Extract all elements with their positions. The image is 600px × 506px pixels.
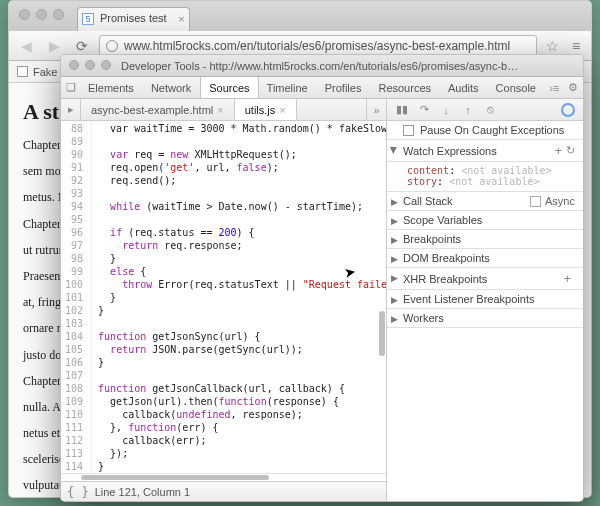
scope-variables-header[interactable]: ▶Scope Variables bbox=[387, 211, 583, 230]
favicon-icon: 5 bbox=[82, 13, 94, 25]
debugger-toolbar: ▮▮ ↷ ↓ ↑ ⦸ bbox=[387, 99, 583, 121]
source-text[interactable]: var waitTime = 3000 * Math.random() * fa… bbox=[92, 121, 386, 473]
close-dot[interactable] bbox=[69, 60, 79, 70]
max-dot[interactable] bbox=[53, 9, 64, 20]
file-tab[interactable]: utils.js× bbox=[235, 99, 297, 120]
deactivate-bp-icon[interactable]: ⦸ bbox=[483, 103, 497, 116]
panel-tab-console[interactable]: Console bbox=[488, 77, 545, 98]
mouse-cursor-icon: ➤ bbox=[343, 263, 358, 281]
refresh-watch-icon[interactable]: ↻ bbox=[566, 144, 575, 157]
watch-expressions-header[interactable]: ▶ Watch Expressions + ↻ bbox=[387, 140, 583, 162]
event-listener-bp-header[interactable]: ▶Event Listener Breakpoints bbox=[387, 290, 583, 309]
dom-breakpoints-header[interactable]: ▶DOM Breakpoints bbox=[387, 249, 583, 268]
panel-tab-network[interactable]: Network bbox=[143, 77, 200, 98]
panel-tab-timeline[interactable]: Timeline bbox=[259, 77, 317, 98]
chrome-menu-icon[interactable]: ≡ bbox=[567, 38, 585, 54]
tab-close-icon[interactable]: × bbox=[178, 13, 184, 25]
watch-row[interactable]: content: <not available> bbox=[407, 165, 575, 176]
max-dot[interactable] bbox=[101, 60, 111, 70]
devtools-panel-tabs: ❑ ElementsNetworkSourcesTimelineProfiles… bbox=[61, 77, 583, 99]
file-tabs: ▸ async-best-example.html×utils.js× » bbox=[61, 99, 386, 121]
pause-caught-checkbox[interactable] bbox=[403, 125, 414, 136]
disclosure-triangle-icon[interactable]: ▶ bbox=[389, 147, 399, 154]
panel-tab-audits[interactable]: Audits bbox=[440, 77, 488, 98]
editor-vscrollbar[interactable] bbox=[379, 122, 385, 465]
globe-icon bbox=[106, 40, 118, 52]
panel-tab-elements[interactable]: Elements bbox=[80, 77, 143, 98]
forward-button[interactable]: ▶ bbox=[43, 36, 65, 56]
reload-button[interactable]: ⟳ bbox=[71, 36, 93, 56]
window-controls[interactable] bbox=[19, 9, 64, 20]
browser-tab[interactable]: 5 Promises test × bbox=[77, 7, 190, 31]
step-over-icon[interactable]: ↷ bbox=[417, 103, 431, 116]
back-button[interactable]: ◀ bbox=[15, 36, 37, 56]
watch-row[interactable]: story: <not available> bbox=[407, 176, 575, 187]
min-dot[interactable] bbox=[85, 60, 95, 70]
pretty-print-icon[interactable]: { } bbox=[67, 485, 89, 499]
inspect-icon[interactable]: ❑ bbox=[61, 77, 80, 98]
pause-icon[interactable]: ▮▮ bbox=[395, 103, 409, 116]
url-text: www.html5rocks.com/en/tutorials/es6/prom… bbox=[124, 39, 510, 53]
tab-strip: 5 Promises test × bbox=[9, 1, 591, 31]
async-checkbox[interactable] bbox=[530, 196, 541, 207]
navigator-toggle-icon[interactable]: ▸ bbox=[61, 99, 81, 120]
close-dot[interactable] bbox=[19, 9, 30, 20]
disclosure-triangle-icon[interactable]: ▶ bbox=[391, 197, 398, 207]
step-into-icon[interactable]: ↓ bbox=[439, 104, 453, 116]
devtools-window: Developer Tools - http://www.html5rocks.… bbox=[60, 54, 584, 502]
editor-status-bar: { } Line 121, Column 1 bbox=[61, 481, 386, 501]
xhr-breakpoints-header[interactable]: ▶XHR Breakpoints+ bbox=[387, 268, 583, 290]
file-tab[interactable]: async-best-example.html× bbox=[81, 99, 235, 120]
min-dot[interactable] bbox=[36, 9, 47, 20]
more-tabs-icon[interactable]: » bbox=[366, 99, 386, 120]
editor-hscrollbar[interactable] bbox=[61, 473, 386, 481]
pause-caught-row[interactable]: Pause On Caught Exceptions bbox=[387, 121, 583, 140]
panel-tab-resources[interactable]: Resources bbox=[370, 77, 440, 98]
code-editor[interactable]: 8889909192939495969798991001011021031041… bbox=[61, 121, 386, 473]
fake-checkbox[interactable] bbox=[17, 66, 28, 77]
devtools-window-controls[interactable] bbox=[69, 60, 111, 70]
step-out-icon[interactable]: ↑ bbox=[461, 104, 475, 116]
cursor-position: Line 121, Column 1 bbox=[95, 486, 190, 498]
call-stack-header[interactable]: ▶ Call Stack Async bbox=[387, 192, 583, 211]
tab-title: Promises test bbox=[100, 12, 167, 24]
sources-panel: ▸ async-best-example.html×utils.js× » 88… bbox=[61, 99, 387, 501]
pause-exceptions-icon[interactable] bbox=[561, 103, 575, 117]
drawer-icon[interactable]: ›≡ bbox=[545, 77, 564, 98]
devtools-title: Developer Tools - http://www.html5rocks.… bbox=[61, 60, 583, 72]
panel-tab-profiles[interactable]: Profiles bbox=[317, 77, 371, 98]
add-xhr-bp-icon[interactable]: + bbox=[563, 271, 571, 286]
devtools-titlebar[interactable]: Developer Tools - http://www.html5rocks.… bbox=[61, 55, 583, 77]
breakpoints-header[interactable]: ▶Breakpoints bbox=[387, 230, 583, 249]
close-file-icon[interactable]: × bbox=[217, 104, 223, 116]
line-gutter[interactable]: 8889909192939495969798991001011021031041… bbox=[61, 121, 92, 473]
settings-gear-icon[interactable]: ⚙ bbox=[564, 77, 583, 98]
workers-header[interactable]: ▶Workers bbox=[387, 309, 583, 328]
add-watch-icon[interactable]: + bbox=[554, 143, 562, 158]
bookmark-star-icon[interactable]: ☆ bbox=[543, 38, 561, 54]
panel-tab-sources[interactable]: Sources bbox=[200, 77, 258, 98]
close-file-icon[interactable]: × bbox=[279, 104, 285, 116]
debugger-sidebar: ▮▮ ↷ ↓ ↑ ⦸ Pause On Caught Exceptions ▶ … bbox=[387, 99, 583, 501]
watch-expressions-body: content: <not available> story: <not ava… bbox=[387, 162, 583, 192]
